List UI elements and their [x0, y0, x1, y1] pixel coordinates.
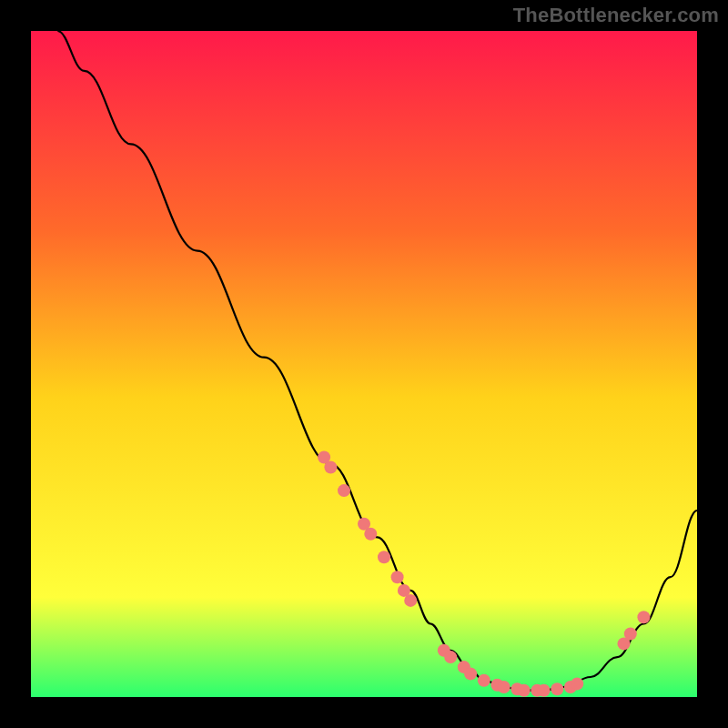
curve-marker — [464, 667, 477, 680]
watermark-text: TheBottlenecker.com — [513, 4, 719, 27]
curve-marker — [637, 611, 650, 623]
curve-marker — [498, 681, 511, 693]
curve-marker — [391, 571, 404, 583]
curve-marker — [538, 684, 551, 697]
curve-marker — [324, 461, 337, 474]
curve-marker — [444, 651, 457, 663]
curve-marker — [338, 484, 350, 497]
chart-svg — [31, 31, 697, 697]
curve-marker — [478, 674, 490, 687]
plot-area — [31, 31, 697, 697]
curve-marker — [624, 628, 637, 641]
curve-marker — [378, 551, 390, 563]
curve-marker — [404, 594, 417, 607]
chart-container: TheBottlenecker.com — [0, 0, 728, 728]
curve-marker — [551, 682, 563, 695]
curve-marker — [518, 684, 531, 697]
curve-marker — [364, 528, 377, 541]
gradient-background — [31, 31, 697, 697]
curve-marker — [571, 677, 583, 690]
